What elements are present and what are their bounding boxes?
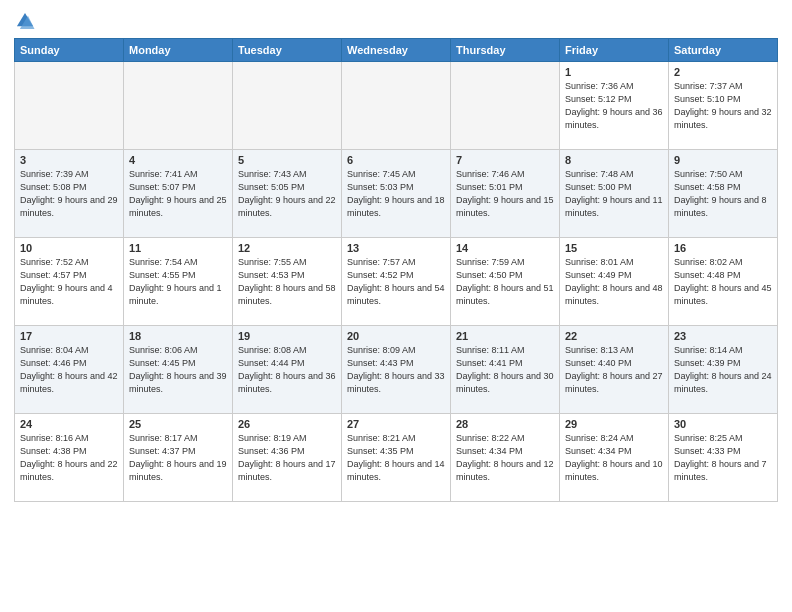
page-container: SundayMondayTuesdayWednesdayThursdayFrid… — [0, 0, 792, 510]
calendar-table: SundayMondayTuesdayWednesdayThursdayFrid… — [14, 38, 778, 502]
weekday-header-row: SundayMondayTuesdayWednesdayThursdayFrid… — [15, 39, 778, 62]
day-number: 27 — [347, 418, 445, 430]
day-info: Sunrise: 8:11 AM Sunset: 4:41 PM Dayligh… — [456, 344, 554, 396]
calendar-cell: 12Sunrise: 7:55 AM Sunset: 4:53 PM Dayli… — [233, 238, 342, 326]
day-info: Sunrise: 8:02 AM Sunset: 4:48 PM Dayligh… — [674, 256, 772, 308]
day-info: Sunrise: 7:36 AM Sunset: 5:12 PM Dayligh… — [565, 80, 663, 132]
calendar-cell: 19Sunrise: 8:08 AM Sunset: 4:44 PM Dayli… — [233, 326, 342, 414]
calendar-cell: 16Sunrise: 8:02 AM Sunset: 4:48 PM Dayli… — [669, 238, 778, 326]
calendar-cell — [451, 62, 560, 150]
weekday-header-wednesday: Wednesday — [342, 39, 451, 62]
calendar-cell — [233, 62, 342, 150]
calendar-cell: 6Sunrise: 7:45 AM Sunset: 5:03 PM Daylig… — [342, 150, 451, 238]
day-number: 3 — [20, 154, 118, 166]
day-info: Sunrise: 8:25 AM Sunset: 4:33 PM Dayligh… — [674, 432, 772, 484]
day-number: 6 — [347, 154, 445, 166]
day-info: Sunrise: 7:43 AM Sunset: 5:05 PM Dayligh… — [238, 168, 336, 220]
day-info: Sunrise: 7:52 AM Sunset: 4:57 PM Dayligh… — [20, 256, 118, 308]
day-number: 7 — [456, 154, 554, 166]
day-number: 4 — [129, 154, 227, 166]
day-number: 19 — [238, 330, 336, 342]
calendar-week-1: 1Sunrise: 7:36 AM Sunset: 5:12 PM Daylig… — [15, 62, 778, 150]
weekday-header-thursday: Thursday — [451, 39, 560, 62]
calendar-cell: 2Sunrise: 7:37 AM Sunset: 5:10 PM Daylig… — [669, 62, 778, 150]
logo — [14, 10, 40, 32]
day-info: Sunrise: 8:19 AM Sunset: 4:36 PM Dayligh… — [238, 432, 336, 484]
day-number: 23 — [674, 330, 772, 342]
calendar-week-2: 3Sunrise: 7:39 AM Sunset: 5:08 PM Daylig… — [15, 150, 778, 238]
day-info: Sunrise: 7:59 AM Sunset: 4:50 PM Dayligh… — [456, 256, 554, 308]
day-info: Sunrise: 7:48 AM Sunset: 5:00 PM Dayligh… — [565, 168, 663, 220]
header-row — [14, 10, 778, 32]
day-number: 12 — [238, 242, 336, 254]
calendar-cell — [124, 62, 233, 150]
day-info: Sunrise: 7:46 AM Sunset: 5:01 PM Dayligh… — [456, 168, 554, 220]
calendar-cell: 1Sunrise: 7:36 AM Sunset: 5:12 PM Daylig… — [560, 62, 669, 150]
day-info: Sunrise: 7:45 AM Sunset: 5:03 PM Dayligh… — [347, 168, 445, 220]
calendar-cell: 21Sunrise: 8:11 AM Sunset: 4:41 PM Dayli… — [451, 326, 560, 414]
calendar-cell: 15Sunrise: 8:01 AM Sunset: 4:49 PM Dayli… — [560, 238, 669, 326]
calendar-cell: 3Sunrise: 7:39 AM Sunset: 5:08 PM Daylig… — [15, 150, 124, 238]
calendar-cell: 30Sunrise: 8:25 AM Sunset: 4:33 PM Dayli… — [669, 414, 778, 502]
calendar-cell: 10Sunrise: 7:52 AM Sunset: 4:57 PM Dayli… — [15, 238, 124, 326]
day-info: Sunrise: 8:09 AM Sunset: 4:43 PM Dayligh… — [347, 344, 445, 396]
weekday-header-tuesday: Tuesday — [233, 39, 342, 62]
day-number: 22 — [565, 330, 663, 342]
day-info: Sunrise: 7:39 AM Sunset: 5:08 PM Dayligh… — [20, 168, 118, 220]
day-number: 18 — [129, 330, 227, 342]
weekday-header-sunday: Sunday — [15, 39, 124, 62]
day-info: Sunrise: 8:04 AM Sunset: 4:46 PM Dayligh… — [20, 344, 118, 396]
day-number: 1 — [565, 66, 663, 78]
calendar-cell: 17Sunrise: 8:04 AM Sunset: 4:46 PM Dayli… — [15, 326, 124, 414]
day-info: Sunrise: 8:14 AM Sunset: 4:39 PM Dayligh… — [674, 344, 772, 396]
day-info: Sunrise: 7:50 AM Sunset: 4:58 PM Dayligh… — [674, 168, 772, 220]
calendar-cell: 27Sunrise: 8:21 AM Sunset: 4:35 PM Dayli… — [342, 414, 451, 502]
day-info: Sunrise: 8:13 AM Sunset: 4:40 PM Dayligh… — [565, 344, 663, 396]
day-number: 15 — [565, 242, 663, 254]
day-number: 8 — [565, 154, 663, 166]
calendar-cell: 22Sunrise: 8:13 AM Sunset: 4:40 PM Dayli… — [560, 326, 669, 414]
day-number: 13 — [347, 242, 445, 254]
day-number: 28 — [456, 418, 554, 430]
day-number: 17 — [20, 330, 118, 342]
day-info: Sunrise: 8:06 AM Sunset: 4:45 PM Dayligh… — [129, 344, 227, 396]
day-info: Sunrise: 7:41 AM Sunset: 5:07 PM Dayligh… — [129, 168, 227, 220]
calendar-week-5: 24Sunrise: 8:16 AM Sunset: 4:38 PM Dayli… — [15, 414, 778, 502]
calendar-cell: 28Sunrise: 8:22 AM Sunset: 4:34 PM Dayli… — [451, 414, 560, 502]
calendar-cell: 4Sunrise: 7:41 AM Sunset: 5:07 PM Daylig… — [124, 150, 233, 238]
day-info: Sunrise: 8:17 AM Sunset: 4:37 PM Dayligh… — [129, 432, 227, 484]
calendar-cell: 20Sunrise: 8:09 AM Sunset: 4:43 PM Dayli… — [342, 326, 451, 414]
day-info: Sunrise: 8:01 AM Sunset: 4:49 PM Dayligh… — [565, 256, 663, 308]
calendar-cell: 29Sunrise: 8:24 AM Sunset: 4:34 PM Dayli… — [560, 414, 669, 502]
weekday-header-monday: Monday — [124, 39, 233, 62]
calendar-cell: 23Sunrise: 8:14 AM Sunset: 4:39 PM Dayli… — [669, 326, 778, 414]
calendar-cell — [15, 62, 124, 150]
calendar-cell: 8Sunrise: 7:48 AM Sunset: 5:00 PM Daylig… — [560, 150, 669, 238]
day-number: 21 — [456, 330, 554, 342]
calendar-cell: 5Sunrise: 7:43 AM Sunset: 5:05 PM Daylig… — [233, 150, 342, 238]
day-number: 5 — [238, 154, 336, 166]
day-number: 10 — [20, 242, 118, 254]
calendar-cell: 26Sunrise: 8:19 AM Sunset: 4:36 PM Dayli… — [233, 414, 342, 502]
day-number: 25 — [129, 418, 227, 430]
calendar-cell: 13Sunrise: 7:57 AM Sunset: 4:52 PM Dayli… — [342, 238, 451, 326]
day-number: 30 — [674, 418, 772, 430]
calendar-cell: 25Sunrise: 8:17 AM Sunset: 4:37 PM Dayli… — [124, 414, 233, 502]
calendar-cell: 7Sunrise: 7:46 AM Sunset: 5:01 PM Daylig… — [451, 150, 560, 238]
calendar-cell: 24Sunrise: 8:16 AM Sunset: 4:38 PM Dayli… — [15, 414, 124, 502]
day-number: 11 — [129, 242, 227, 254]
day-number: 20 — [347, 330, 445, 342]
calendar-cell: 9Sunrise: 7:50 AM Sunset: 4:58 PM Daylig… — [669, 150, 778, 238]
day-info: Sunrise: 7:55 AM Sunset: 4:53 PM Dayligh… — [238, 256, 336, 308]
calendar-cell: 11Sunrise: 7:54 AM Sunset: 4:55 PM Dayli… — [124, 238, 233, 326]
weekday-header-saturday: Saturday — [669, 39, 778, 62]
day-info: Sunrise: 8:08 AM Sunset: 4:44 PM Dayligh… — [238, 344, 336, 396]
day-number: 16 — [674, 242, 772, 254]
day-info: Sunrise: 8:24 AM Sunset: 4:34 PM Dayligh… — [565, 432, 663, 484]
day-info: Sunrise: 8:22 AM Sunset: 4:34 PM Dayligh… — [456, 432, 554, 484]
calendar-cell: 18Sunrise: 8:06 AM Sunset: 4:45 PM Dayli… — [124, 326, 233, 414]
day-number: 2 — [674, 66, 772, 78]
calendar-cell — [342, 62, 451, 150]
day-number: 24 — [20, 418, 118, 430]
day-number: 26 — [238, 418, 336, 430]
